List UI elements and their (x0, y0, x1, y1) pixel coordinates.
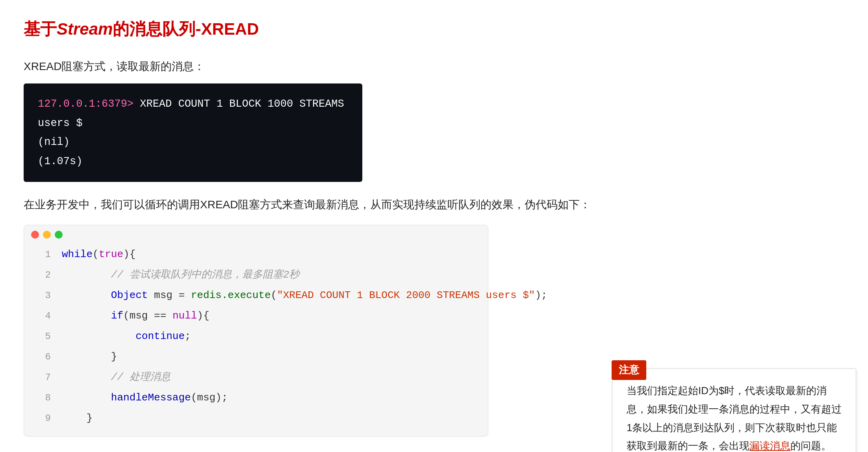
notice-text: 当我们指定起始ID为$时，代表读取最新的消息，如果我们处理一条消息的过程中，又有… (627, 382, 842, 452)
code-line-8: 8 handleMessage(msg); (32, 387, 480, 408)
notice-box: 注意 当我们指定起始ID为$时，代表读取最新的消息，如果我们处理一条消息的过程中… (612, 369, 856, 452)
dot-green-icon (55, 231, 63, 239)
terminal-prompt: 127.0.0.1:6379> (38, 98, 134, 110)
code-line-9: 9 } (32, 408, 480, 428)
title-italic: Stream (57, 20, 113, 38)
desc-text: 在业务开发中，我们可以循环的调用XREAD阻塞方式来查询最新消息，从而实现持续监… (24, 196, 844, 214)
code-window: 1 while(true){ 2 // 尝试读取队列中的消息，最多阻塞2秒 3 … (24, 225, 488, 437)
title-prefix: 基于 (24, 20, 57, 38)
notice-wrapper: 注意 当我们指定起始ID为$时，代表读取最新的消息，如果我们处理一条消息的过程中… (612, 345, 856, 452)
titlebar (24, 225, 488, 244)
code-line-6: 6 } (32, 346, 480, 367)
terminal-block: 127.0.0.1:6379> XREAD COUNT 1 BLOCK 1000… (24, 83, 362, 182)
terminal-line-1: 127.0.0.1:6379> XREAD COUNT 1 BLOCK 1000… (38, 94, 348, 133)
code-line-2: 2 // 尝试读取队列中的消息，最多阻塞2秒 (32, 265, 480, 285)
terminal-nil: (nil) (38, 133, 348, 152)
code-line-1: 1 while(true){ (32, 244, 480, 265)
code-line-7: 7 // 处理消息 (32, 367, 480, 387)
terminal-time: (1.07s) (38, 152, 348, 171)
notice-underline: 漏读消息 (749, 440, 790, 452)
code-body: 1 while(true){ 2 // 尝试读取队列中的消息，最多阻塞2秒 3 … (24, 244, 488, 428)
code-line-3: 3 Object msg = redis.execute("XREAD COUN… (32, 285, 480, 306)
page-title: 基于Stream的消息队列-XREAD (24, 16, 844, 42)
code-line-4: 4 if(msg == null){ (32, 306, 480, 326)
intro-text: XREAD阻塞方式，读取最新的消息： (24, 58, 844, 76)
dot-yellow-icon (43, 231, 51, 239)
notice-badge: 注意 (612, 360, 646, 380)
main-layout: 1 while(true){ 2 // 尝试读取队列中的消息，最多阻塞2秒 3 … (24, 225, 844, 437)
title-suffix: 的消息队列-XREAD (113, 20, 259, 38)
code-line-5: 5 continue; (32, 326, 480, 346)
dot-red-icon (31, 231, 39, 239)
